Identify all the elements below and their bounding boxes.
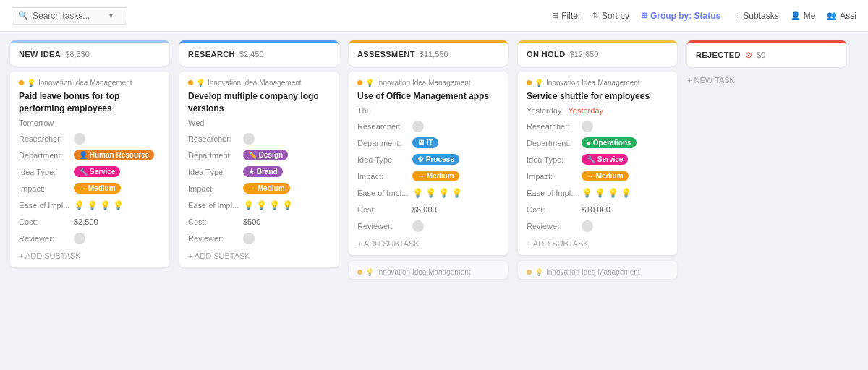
field-impact: Impact: → Medium [357,170,499,183]
chevron-down-icon: ▾ [109,12,113,20]
field-label-department: Department: [188,151,239,160]
card-tag-text: Innovation Idea Management [208,79,302,87]
add-subtask-button[interactable]: + ADD SUBTASK [357,236,499,248]
add-subtask-button[interactable]: + ADD SUBTASK [527,236,668,248]
assignee-label: Assi [840,11,856,21]
field-label-department: Department: [527,139,577,147]
lightbulb-icon: 💡 [535,79,543,87]
field-researcher: Researcher: [527,120,668,133]
field-label-reviewer: Reviewer: [188,234,239,243]
avatar-reviewer [243,233,255,244]
dot-orange-icon [527,80,532,85]
field-department: Department: ● Operations [527,137,668,150]
overdue-label: Yesterday [569,106,604,115]
dot-orange-icon [357,80,362,85]
column-title-rejected: REJECTED [696,51,741,59]
subtasks-action[interactable]: ⋮ Subtasks [732,11,778,21]
dot-orange-icon [19,80,24,85]
bulb-1: 💡 [74,200,85,210]
sort-by-action[interactable]: ⇅ Sort by [592,11,629,21]
lightbulb-icon: 💡 [27,79,35,87]
badge-design: ✏️ Design [243,150,288,160]
field-department: Department: 👤 Human Resource [19,149,161,162]
add-subtask-button[interactable]: + ADD SUBTASK [19,249,161,260]
new-task-button[interactable]: + NEW TASK [687,73,846,87]
bulb-4: 💡 [621,188,631,198]
field-impact: Impact: → Medium [19,182,161,195]
card-office-apps: 💡 Innovation Idea Management Use of Offi… [349,72,508,255]
search-input[interactable] [33,11,105,21]
subtasks-icon: ⋮ [732,11,740,20]
badge-medium-impact: → Medium [243,183,290,194]
avatar-reviewer [582,220,593,232]
field-label-cost: Cost: [19,218,69,226]
field-label-cost: Cost: [188,218,239,226]
field-label-impact: Impact: [19,184,69,193]
avatar [243,133,255,145]
card-paid-leave: 💡 Innovation Idea Management Paid leave … [10,72,169,267]
field-label-ease: Ease of Impl... [19,201,69,210]
badge-medium-impact: → Medium [74,183,121,194]
dot-orange-icon [188,80,193,85]
avatar [582,121,593,132]
column-assessment: ASSESSMENT $11,550 💡 Innovation Idea Man… [349,40,508,361]
bulb-3: 💡 [608,188,618,198]
field-label-reviewer: Reviewer: [19,234,69,243]
card-date: Tomorrow [19,119,161,127]
column-title-assessment: ASSESSMENT [357,50,415,59]
column-header-assessment: ASSESSMENT $11,550 [349,40,508,66]
field-label-researcher: Researcher: [188,134,239,143]
field-label-department: Department: [357,139,408,147]
field-department: Department: 🖥 IT [357,137,499,150]
header-right: ⊟ Filter ⇅ Sort by ⊞ Group by: Status ⋮ … [552,11,856,21]
badge-operations: ● Operations [582,137,637,148]
ease-stars: 💡 💡 💡 💡 [582,188,631,198]
search-box[interactable]: 🔍 ▾ [12,7,127,25]
field-ease: Ease of Impl... 💡 💡 💡 💡 [19,199,161,212]
field-label-researcher: Researcher: [527,122,577,131]
bulb-4: 💡 [282,200,293,210]
field-idea-type: Idea Type: 🔧 Service [527,153,668,166]
ease-stars: 💡 💡 💡 💡 [74,200,124,210]
card-partial-on-hold: 💡 Innovation Idea Management [518,261,677,279]
group-icon: ⊞ [641,11,647,20]
bulb-3: 💡 [438,188,449,198]
field-ease: Ease of Impl... 💡 💡 💡 💡 [357,186,499,199]
group-by-action[interactable]: ⊞ Group by: Status [641,11,720,21]
me-action[interactable]: 👤 Me [791,11,816,21]
card-tag: 💡 Innovation Idea Management [527,79,668,87]
field-researcher: Researcher: [188,132,330,145]
field-label-ease: Ease of Impl... [188,201,239,210]
field-label-cost: Cost: [527,205,577,214]
card-tag: 💡 Innovation Idea Management [188,79,330,87]
card-title: Service shuttle for employees [527,90,668,103]
card-title: Use of Office Management apps [357,90,499,103]
field-label-impact: Impact: [357,172,408,181]
cost-value: $10,000 [582,205,610,214]
field-reviewer: Reviewer: [527,220,668,233]
field-ease: Ease of Impl... 💡 💡 💡 💡 [527,186,668,199]
avatar [74,133,85,145]
assignee-action[interactable]: 👥 Assi [827,11,856,21]
column-amount-new-idea: $8,530 [65,50,90,59]
sort-icon: ⇅ [592,11,599,20]
column-header-research: RESEARCH $2,450 [179,40,339,66]
field-reviewer: Reviewer: [19,232,161,245]
add-subtask-button[interactable]: + ADD SUBTASK [188,249,330,260]
ease-stars: 💡 💡 💡 💡 [412,188,462,198]
field-label-department: Department: [19,151,69,160]
card-logo: 💡 Innovation Idea Management Develop mul… [179,72,339,267]
filter-action[interactable]: ⊟ Filter [552,11,581,21]
bulb-3: 💡 [269,200,280,210]
search-icon: 🔍 [18,11,28,20]
field-label-reviewer: Reviewer: [527,222,577,231]
bulb-3: 💡 [100,200,111,210]
person-icon: 👤 [791,11,801,20]
badge-medium-impact: → Medium [412,171,459,181]
field-reviewer: Reviewer: [188,232,330,245]
bulb-4: 💡 [113,200,124,210]
header-left: 🔍 ▾ [12,7,127,25]
field-idea-type: Idea Type: ⚙ Process [357,153,499,166]
card-partial-assessment: 💡 Innovation Idea Management [349,261,508,279]
field-impact: Impact: → Medium [188,182,330,195]
